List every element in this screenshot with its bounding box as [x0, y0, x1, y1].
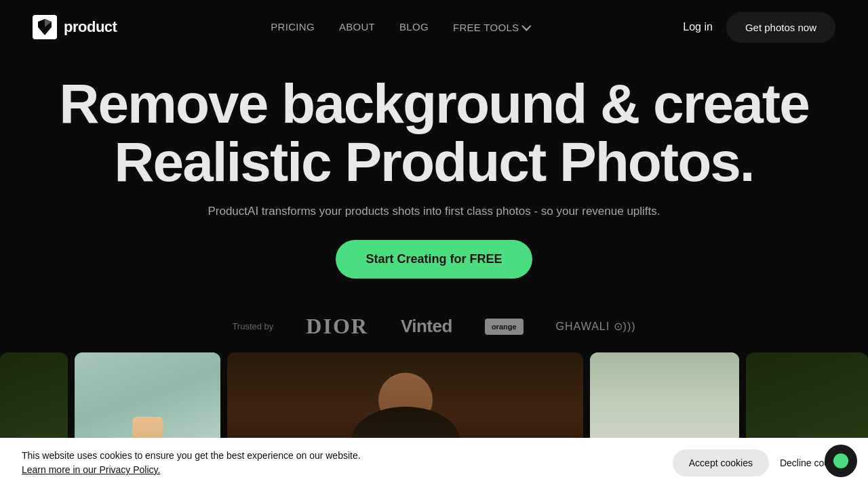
- nav-free-tools[interactable]: FREE TOOLS: [453, 22, 529, 33]
- hero-section: Remove background & create Realistic Pro…: [0, 54, 868, 292]
- cookie-text: This website uses cookies to ensure you …: [22, 449, 361, 477]
- get-photos-button[interactable]: Get photos now: [726, 12, 835, 43]
- nav-blog[interactable]: BLOG: [399, 21, 429, 33]
- privacy-policy-link[interactable]: Learn more in our Privacy Policy.: [22, 464, 160, 475]
- nav-links: PRICING ABOUT BLOG FREE TOOLS: [271, 21, 529, 33]
- cookie-actions: Accept cookies Decline cookies: [673, 449, 846, 476]
- brand-ghawali: GHAWALI ⊙))): [556, 320, 636, 333]
- hero-subtitle: ProductAI transforms your products shots…: [54, 205, 814, 218]
- trusted-label: Trusted by: [232, 321, 273, 331]
- chat-widget-button[interactable]: [825, 445, 857, 477]
- start-creating-button[interactable]: Start Creating for FREE: [336, 240, 532, 279]
- hero-title: Remove background & create Realistic Pro…: [54, 75, 814, 191]
- login-button[interactable]: Log in: [683, 21, 713, 33]
- logo[interactable]: product: [33, 15, 117, 39]
- cookie-banner: This website uses cookies to ensure you …: [0, 438, 868, 488]
- trusted-brands: Trusted by DIOR Vinted orange GHAWALI ⊙)…: [0, 292, 868, 352]
- chevron-down-icon: [522, 22, 532, 31]
- chat-icon: [833, 453, 848, 468]
- brand-dior: DIOR: [306, 314, 368, 339]
- nav-about[interactable]: ABOUT: [339, 21, 375, 33]
- brand-vinted: Vinted: [401, 316, 452, 337]
- nav-pricing[interactable]: PRICING: [271, 21, 315, 33]
- nav-actions: Log in Get photos now: [683, 12, 835, 43]
- accept-cookies-button[interactable]: Accept cookies: [673, 449, 769, 476]
- logo-text: product: [64, 18, 117, 36]
- main-nav: product PRICING ABOUT BLOG FREE TOOLS Lo…: [0, 0, 868, 54]
- brand-orange: orange: [485, 319, 524, 335]
